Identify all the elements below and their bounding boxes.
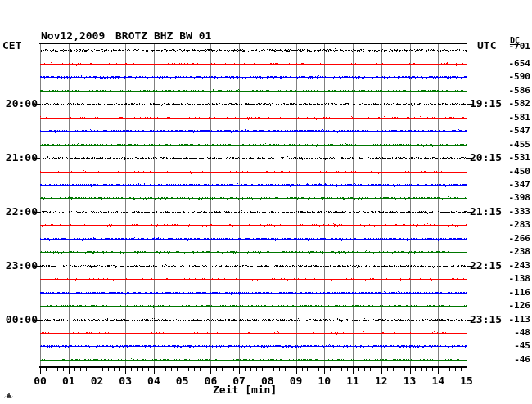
dc-value: -531	[503, 153, 530, 163]
x-tick-label: 10	[312, 375, 336, 388]
dc-value: -547	[503, 126, 530, 136]
dc-value: -586	[503, 86, 530, 96]
dc-value: -243	[503, 261, 530, 271]
dc-value: -238	[503, 247, 530, 257]
dc-value: -266	[503, 234, 530, 244]
utc-hour-label: 20:15	[470, 151, 502, 164]
dc-value: -581	[503, 113, 530, 123]
x-tick-label: 15	[454, 375, 479, 388]
x-axis-label: Zeit [min]	[213, 384, 277, 397]
dc-value: -46	[503, 355, 530, 365]
dc-value: -126	[503, 301, 530, 311]
x-tick-label: 05	[170, 375, 195, 388]
utc-hour-label: 22:15	[470, 259, 502, 272]
dc-value: -455	[503, 140, 530, 150]
dc-value: -654	[503, 59, 530, 69]
cet-hour-label: 20:00	[3, 97, 38, 110]
dc-value: -113	[503, 315, 530, 325]
cet-hour-label: 00:00	[3, 313, 38, 326]
title-date: Nov12,2009	[41, 29, 105, 43]
x-tick-label: 02	[84, 375, 109, 388]
dc-value: -138	[503, 274, 530, 284]
cet-hour-label: 21:00	[3, 151, 38, 164]
dc-value: -701	[503, 42, 530, 52]
cet-hour-label: 23:00	[3, 259, 38, 272]
x-tick-label: 00	[28, 375, 52, 388]
waveform-watermark-icon	[4, 388, 16, 396]
dc-value: -590	[503, 72, 530, 82]
x-tick-label: 01	[56, 375, 81, 388]
x-tick-label: 09	[284, 375, 309, 388]
dc-value: -116	[503, 288, 530, 298]
dc-value: -398	[503, 193, 530, 203]
x-tick-label: 04	[142, 375, 166, 388]
x-tick-label: 11	[340, 375, 365, 388]
dc-value: -283	[503, 220, 530, 230]
helicorder-plot-canvas	[0, 0, 532, 404]
title-station: BROTZ BHZ BW 01	[115, 29, 211, 43]
dc-value: -347	[503, 180, 530, 190]
dc-value: -582	[503, 99, 530, 109]
dc-value: -48	[503, 328, 530, 338]
utc-axis-header: UTC	[477, 39, 496, 52]
dc-value: -45	[503, 341, 530, 351]
helicorder-page: Nov12,2009 BROTZ BHZ BW 01 CET UTC DC -7…	[0, 0, 532, 404]
x-tick-label: 03	[113, 375, 138, 388]
x-tick-label: 12	[369, 375, 394, 388]
dc-value: -450	[503, 167, 530, 177]
cet-hour-label: 22:00	[3, 205, 38, 218]
utc-hour-label: 23:15	[470, 313, 502, 326]
x-tick-label: 14	[426, 375, 450, 388]
cet-axis-header: CET	[2, 39, 21, 52]
utc-hour-label: 21:15	[470, 205, 502, 218]
dc-value: -333	[503, 207, 530, 217]
utc-hour-label: 19:15	[470, 97, 502, 110]
x-tick-label: 13	[398, 375, 422, 388]
